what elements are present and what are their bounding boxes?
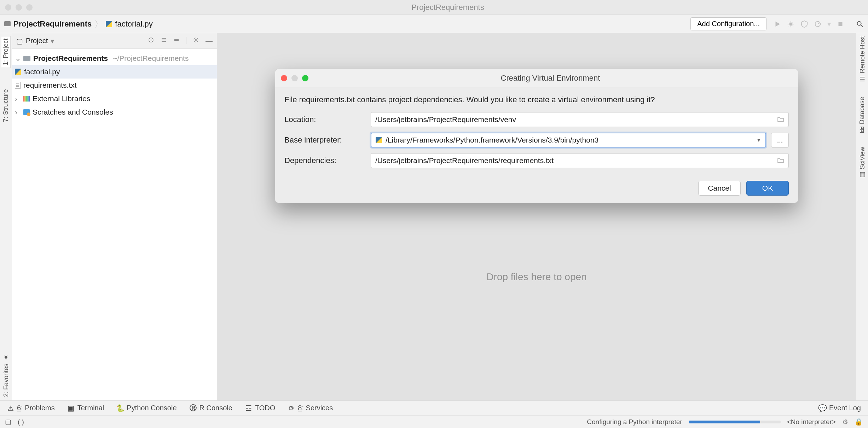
services-icon: ⟳ — [288, 405, 295, 412]
rail-tab-sciview-label: SciView — [858, 147, 866, 169]
problems-tab[interactable]: ⚠ 6: Problems — [7, 404, 55, 412]
hide-icon[interactable]: — — [206, 37, 213, 45]
progress-bar[interactable] — [689, 421, 781, 423]
tree-file-py[interactable]: factorial.py — [12, 65, 217, 79]
location-input[interactable]: /Users/jetbrains/ProjectRequirements/ven… — [371, 112, 789, 127]
rail-tab-structure-label: 7: Structure — [2, 89, 10, 122]
location-value: /Users/jetbrains/ProjectRequirements/ven… — [375, 115, 516, 124]
add-configuration-button[interactable]: Add Configuration... — [690, 17, 766, 30]
interpreter-browse-button[interactable]: ... — [771, 133, 789, 148]
ide-status-icon[interactable]: ⚙ — [842, 418, 848, 426]
interpreter-label: Base interpreter: — [284, 135, 366, 145]
dependencies-label: Dependencies: — [284, 156, 366, 165]
dialog-close-dot[interactable] — [281, 75, 287, 81]
tree-scratches-label: Scratches and Consoles — [33, 105, 113, 119]
breadcrumb-file[interactable]: factorial.py — [115, 19, 152, 29]
chevron-down-icon[interactable]: ▾ — [51, 37, 54, 45]
rail-tab-structure[interactable]: 7: Structure — [2, 89, 10, 122]
interpreter-status[interactable]: <No interpreter> — [787, 418, 836, 426]
interpreter-select[interactable]: /Library/Frameworks/Python.framework/Ver… — [371, 133, 766, 148]
minimize-window-dot[interactable] — [16, 4, 22, 11]
tree-file-req[interactable]: requirements.txt — [12, 79, 217, 92]
coverage-icon[interactable] — [800, 20, 808, 28]
dialog-message: File requirements.txt contains project d… — [284, 95, 789, 104]
todo-icon: ☲ — [245, 405, 252, 412]
services-label: : Services — [302, 404, 333, 412]
dialog-zoom-dot[interactable] — [302, 75, 308, 81]
database-icon: 🗄 — [858, 126, 866, 133]
interpreter-value: /Library/Frameworks/Python.framework/Ver… — [386, 136, 598, 144]
traffic-lights — [5, 4, 33, 11]
project-header-label[interactable]: Project — [26, 37, 48, 45]
chevron-down-icon: ⌄ — [15, 52, 21, 65]
project-header: ▢ Project ▾ — — [12, 33, 217, 49]
expand-all-icon[interactable] — [161, 37, 167, 45]
breadcrumb-root[interactable]: ProjectRequirements — [13, 19, 92, 29]
cancel-button[interactable]: Cancel — [698, 181, 741, 196]
lock-icon[interactable]: 🔒 — [855, 418, 863, 426]
dialog-titlebar: Creating Virtual Environment — [275, 69, 798, 87]
editor-empty-area[interactable]: Drop files here to open Creating Virtual… — [217, 33, 856, 400]
tree-ext-libs-label: External Libraries — [33, 92, 90, 105]
run-icon[interactable] — [774, 20, 781, 28]
star-icon: ★ — [2, 354, 10, 362]
drop-files-hint: Drop files here to open — [486, 271, 586, 283]
close-window-dot[interactable] — [5, 4, 11, 11]
breadcrumb: ProjectRequirements 〉 factorial.py — [4, 18, 153, 30]
stop-icon[interactable] — [837, 20, 844, 28]
dependencies-value: /Users/jetbrains/ProjectRequirements/req… — [375, 156, 554, 165]
chevron-right-icon: › — [15, 92, 21, 105]
dialog-minimize-dot — [291, 75, 298, 81]
tool-windows-icon[interactable]: ▢ — [5, 418, 11, 426]
dialog-traffic-lights — [281, 75, 308, 81]
project-tree: ⌄ ProjectRequirements ~/ProjectRequireme… — [12, 49, 217, 122]
tree-scratches[interactable]: › Scratches and Consoles — [12, 105, 217, 119]
services-tab[interactable]: ⟳ 8: Services — [288, 404, 333, 412]
scratches-icon — [23, 109, 30, 115]
rail-tab-project[interactable]: 1: Project — [1, 36, 11, 68]
tree-external-libraries[interactable]: › External Libraries — [12, 92, 217, 105]
rail-tab-sciview[interactable]: ▦ SciView — [858, 147, 866, 179]
svg-rect-2 — [839, 22, 843, 26]
text-file-icon — [15, 82, 21, 89]
debug-icon[interactable] — [787, 20, 795, 28]
svg-point-6 — [195, 39, 197, 41]
status-misc-icon[interactable]: ( ) — [18, 418, 24, 426]
tree-root-label: ProjectRequirements — [33, 52, 108, 65]
chevron-right-icon: › — [15, 105, 21, 119]
collapse-all-icon[interactable] — [173, 37, 180, 45]
locate-icon[interactable] — [148, 37, 154, 45]
status-bar: ▢ ( ) Configuring a Python interpreter <… — [0, 415, 868, 428]
remote-host-icon: ☰ — [858, 75, 866, 83]
progress-fill — [689, 421, 760, 423]
rail-tab-remote-host[interactable]: ☰ Remote Host — [858, 36, 866, 83]
browse-folder-icon[interactable] — [777, 115, 784, 124]
window-title: ProjectRequirements — [33, 3, 863, 12]
search-everywhere-icon[interactable] — [856, 20, 864, 28]
profile-icon[interactable] — [814, 20, 822, 28]
terminal-tab[interactable]: ▣ Terminal — [68, 404, 104, 412]
zoom-window-dot[interactable] — [26, 4, 33, 11]
tree-root-row[interactable]: ⌄ ProjectRequirements ~/ProjectRequireme… — [12, 52, 217, 65]
run-toolbar: ▾ — [774, 19, 864, 29]
left-tool-rail: 1: Project 7: Structure 2: Favorites ★ — [0, 33, 12, 400]
dependencies-input[interactable]: /Users/jetbrains/ProjectRequirements/req… — [371, 153, 789, 168]
python-console-label: Python Console — [127, 404, 177, 412]
event-log-tab[interactable]: 💬 Event Log — [819, 404, 861, 412]
rail-tab-favorites[interactable]: 2: Favorites ★ — [2, 354, 10, 397]
python-file-icon — [106, 21, 112, 27]
python-console-tab[interactable]: 🐍 Python Console — [117, 404, 177, 412]
tree-file-req-label: requirements.txt — [23, 79, 77, 92]
rail-tab-database[interactable]: 🗄 Database — [858, 97, 866, 133]
navigation-bar: ProjectRequirements 〉 factorial.py Add C… — [0, 15, 868, 33]
r-console-tab[interactable]: Ⓡ R Console — [190, 404, 232, 412]
rail-tab-favorites-label: 2: Favorites — [2, 364, 10, 397]
todo-label: TODO — [255, 404, 275, 412]
ok-button[interactable]: OK — [746, 181, 789, 196]
r-icon: Ⓡ — [190, 405, 197, 412]
browse-folder-icon[interactable] — [777, 156, 784, 165]
warning-icon: ⚠ — [7, 405, 14, 412]
todo-tab[interactable]: ☲ TODO — [245, 404, 275, 412]
problems-label: : Problems — [21, 404, 55, 412]
gear-icon[interactable] — [193, 37, 199, 45]
